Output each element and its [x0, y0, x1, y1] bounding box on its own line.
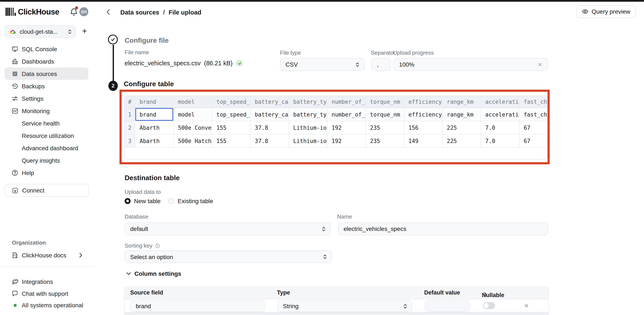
user-avatar[interactable]: SH [80, 7, 88, 16]
upload-progress-label: Upload progress [393, 50, 434, 56]
sidebar-item-monitoring[interactable]: Monitoring [5, 104, 88, 117]
preview-cell[interactable]: 37.8 [250, 121, 289, 134]
sidebar-item-sql-console[interactable]: SQL Console [5, 43, 88, 55]
preview-cell[interactable]: range_km [442, 108, 481, 121]
preview-column-header: fast_cha [520, 96, 548, 108]
preview-cell[interactable]: 67 [520, 121, 548, 134]
database-select[interactable]: default [124, 222, 331, 235]
preview-cell[interactable]: 192 [327, 121, 366, 134]
remove-row-x-icon[interactable]: ✕ [524, 302, 529, 309]
preview-cell[interactable]: 155 [212, 121, 250, 134]
preview-column-header: range_km [442, 96, 481, 108]
preview-cell[interactable]: battery_ca… [250, 108, 289, 121]
preview-cell[interactable]: model [174, 108, 212, 121]
notification-unread-dot [75, 6, 78, 10]
system-status-item[interactable]: All systems operational [5, 299, 88, 311]
destination-table-title: Destination table [124, 174, 180, 182]
table-name-value[interactable] [344, 225, 548, 232]
breadcrumb-parent[interactable]: Data sources [120, 9, 159, 16]
preview-column-header: accelerati… [481, 96, 520, 108]
clear-x-icon[interactable]: ✕ [538, 61, 542, 68]
chevron-down-icon [126, 272, 131, 275]
sidebar-item-dashboards[interactable]: Dashboards [5, 55, 88, 68]
preview-column-header: efficiency… [404, 96, 442, 108]
preview-cell[interactable]: 500e Conve… [174, 121, 212, 134]
sidebar-item-data-sources[interactable]: Data sources [5, 68, 88, 80]
sidebar-item-service-health[interactable]: Service health [5, 117, 88, 129]
sidebar-item-advanced-dashboard[interactable]: Advanced dashboard [5, 142, 88, 154]
line-chart-icon [12, 107, 18, 114]
table-name-input[interactable] [338, 222, 548, 235]
nullable-toggle[interactable] [483, 302, 495, 309]
preview-row: 1brandmodeltop_speed_…battery_ca…battery… [124, 108, 547, 121]
preview-cell[interactable]: 149 [404, 134, 442, 148]
preview-cell[interactable]: number_of_… [327, 108, 366, 121]
add-service-button[interactable]: + [80, 26, 90, 36]
preview-column-header: model [174, 96, 212, 108]
preview-cell[interactable]: top_speed_… [212, 108, 250, 121]
data-sources-orbit-icon [12, 70, 18, 77]
default-value-input[interactable] [425, 300, 470, 312]
preview-cell[interactable]: 500e Hatch… [174, 134, 212, 148]
preview-cell[interactable]: 235 [366, 134, 404, 148]
file-type-select[interactable]: CSV [280, 58, 364, 71]
source-field-input[interactable] [130, 300, 265, 312]
preview-cell[interactable]: 67 [520, 134, 548, 148]
preview-cell[interactable]: 192 [327, 134, 366, 148]
preview-cell[interactable]: 225 [442, 134, 481, 148]
preview-cell[interactable]: 225 [442, 121, 481, 134]
sidebar-item-clickhouse-docs[interactable]: ClickHouse docs [5, 249, 88, 261]
preview-cell[interactable]: 155 [212, 134, 250, 148]
back-button[interactable] [106, 9, 110, 15]
preview-cell[interactable]: Lithium-ion [289, 134, 327, 148]
eye-icon [582, 8, 589, 15]
sidebar-item-resource-utilization[interactable]: Resource utilization [5, 129, 88, 142]
separator-label: Separator [371, 50, 395, 56]
existing-table-radio[interactable] [168, 198, 174, 204]
sidebar-item-query-insights[interactable]: Query insights [5, 154, 88, 166]
page-header: Data sources / File upload Query preview [96, 2, 644, 24]
preview-cell[interactable]: 7.0 [481, 134, 520, 148]
column-settings-table: Source field Type Default value Nullable… [124, 286, 549, 315]
preview-cell[interactable]: Abarth [135, 134, 174, 148]
file-name-label: File name [124, 49, 149, 56]
default-value-value[interactable] [430, 302, 470, 310]
chevron-updown-icon [356, 62, 359, 67]
preview-cell[interactable]: fast_cha [520, 108, 548, 121]
preview-cell[interactable]: brand [135, 108, 174, 121]
preview-cell[interactable]: efficiency… [404, 108, 442, 121]
new-table-radio[interactable] [124, 198, 130, 204]
sidebar-item-help[interactable]: Help [5, 166, 88, 179]
preview-cell[interactable]: Lithium-ion [289, 121, 327, 134]
preview-cell[interactable]: 156 [404, 121, 442, 134]
connect-button[interactable]: Connect [5, 184, 89, 197]
type-select[interactable]: String [278, 300, 412, 312]
brand-name[interactable]: ClickHouse [18, 7, 59, 17]
sidebar-item-settings[interactable]: Settings [5, 92, 88, 104]
sorting-key-label: Sorting key [124, 242, 152, 249]
column-settings-toggle[interactable]: Column settings [126, 270, 181, 277]
preview-cell[interactable]: 37.8 [250, 134, 289, 148]
service-selector[interactable]: cloud-get-sta... [5, 25, 76, 38]
file-type-label: File type [280, 50, 301, 56]
query-preview-button[interactable]: Query preview [576, 5, 636, 18]
preview-cell[interactable]: battery_ty… [289, 108, 327, 121]
sorting-key-select[interactable]: Select an option [124, 250, 332, 263]
separator-input[interactable]: , [371, 58, 391, 71]
query-preview-label: Query preview [592, 8, 630, 15]
connect-icon [12, 187, 18, 194]
preview-cell[interactable]: 235 [366, 121, 404, 134]
sidebar-item-integrations[interactable]: Integrations [5, 276, 88, 288]
upload-progress-input[interactable]: 100% ✕ [394, 58, 548, 71]
sidebar-item-chat-support[interactable]: Chat with support [5, 288, 88, 300]
preview-cell[interactable]: Abarth [135, 121, 174, 134]
destination-radio-group: New table Existing table [124, 198, 213, 204]
source-field-value[interactable] [136, 302, 264, 310]
column-settings-label: Column settings [134, 270, 181, 277]
step-2-badge: 2 [108, 81, 118, 91]
preview-cell[interactable]: 7.0 [481, 121, 520, 134]
sidebar-item-backups[interactable]: Backups [5, 80, 88, 92]
preview-cell[interactable]: accelerati… [481, 108, 520, 121]
clickhouse-logo-icon[interactable] [6, 8, 16, 16]
preview-cell[interactable]: torque_nm [366, 108, 404, 121]
